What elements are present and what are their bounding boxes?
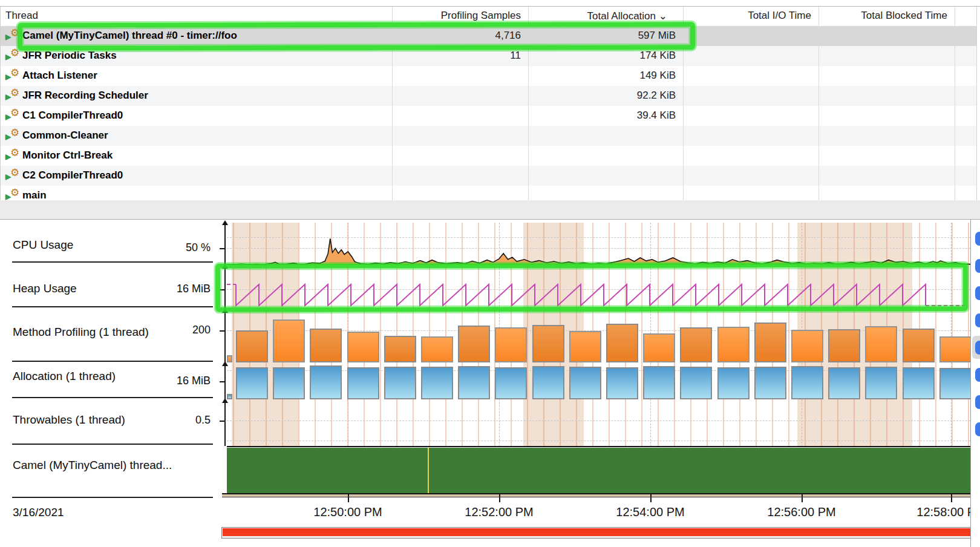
- chart-legend-button[interactable]: [975, 232, 980, 246]
- time-tick-label: 12:54:00 PM: [593, 505, 708, 519]
- thread-name: Common-Cleaner: [22, 129, 108, 142]
- col-header-total-blocked-time[interactable]: Total Blocked Time: [818, 10, 947, 22]
- col-header-profiling-samples[interactable]: Profiling Samples: [392, 10, 521, 22]
- row-label-allocation: Allocation (1 thread): [13, 370, 116, 383]
- alloc-bar[interactable]: [754, 367, 786, 399]
- method-bar[interactable]: [384, 336, 416, 362]
- timeline-chart-panel: CPU Usage 50 % Heap Usage 16 MiB Method …: [0, 220, 980, 547]
- method-bar[interactable]: [939, 336, 972, 362]
- alloc-bar[interactable]: [569, 367, 601, 399]
- thread-name: C2 CompilerThread0: [22, 169, 123, 182]
- chart-legend-button[interactable]: [975, 259, 980, 273]
- heap-axis-value: 16 MiB: [144, 283, 211, 295]
- thread-icon: ▶⚙: [5, 188, 21, 201]
- alloc-bar[interactable]: [606, 367, 638, 399]
- thread-icon: ▶⚙: [5, 168, 21, 183]
- chart-legend-button[interactable]: [975, 395, 980, 409]
- alloc-bar[interactable]: [828, 367, 860, 399]
- alloc-bar[interactable]: [939, 368, 972, 399]
- chart-legend-button[interactable]: [975, 422, 980, 436]
- method-bar[interactable]: [458, 326, 490, 362]
- row-separator: [12, 306, 213, 307]
- method-bar[interactable]: [347, 332, 379, 362]
- cpu-usage-chart[interactable]: [227, 223, 970, 265]
- method-bar[interactable]: [273, 319, 305, 362]
- method-bar[interactable]: [865, 326, 897, 362]
- thread-row[interactable]: ▶⚙Attach Listener149 KiB: [1, 66, 976, 86]
- method-bar[interactable]: [569, 331, 601, 362]
- method-bar[interactable]: [680, 327, 712, 362]
- alloc-bar[interactable]: [236, 367, 268, 399]
- throwables-axis-value: 0.5: [144, 414, 211, 427]
- chart-legend-button[interactable]: [975, 341, 980, 355]
- alloc-bar[interactable]: [384, 367, 416, 399]
- y-axis-tick: [220, 330, 226, 332]
- alloc-axis-value: 16 MiB: [144, 375, 211, 387]
- chart-legend-button[interactable]: [975, 368, 980, 382]
- y-axis: [224, 402, 226, 446]
- thread-row[interactable]: ▶⚙C2 CompilerThread0: [1, 166, 976, 186]
- thread-activity-lane[interactable]: [227, 448, 970, 493]
- chart-legend-button[interactable]: [975, 313, 980, 327]
- col-header-total-allocation[interactable]: Total Allocation ⌄: [528, 10, 667, 22]
- alloc-bar[interactable]: [273, 367, 305, 399]
- time-axis: [222, 493, 970, 494]
- event-marker: [428, 448, 429, 493]
- thread-row[interactable]: ▶⚙Camel (MyTinyCamel) thread #0 - timer:…: [1, 26, 976, 46]
- method-bar[interactable]: [606, 324, 638, 362]
- cell-alloc: 174 KiB: [543, 50, 676, 62]
- method-bar[interactable]: [903, 329, 935, 362]
- column-divider: [683, 7, 684, 200]
- time-tick-label: 12:58:00 PM: [893, 505, 980, 519]
- thread-row[interactable]: ▶⚙JFR Recording Scheduler92.2 KiB: [1, 86, 976, 106]
- thread-row[interactable]: ▶⚙Common-Cleaner: [1, 126, 976, 146]
- method-bar[interactable]: [828, 329, 860, 362]
- method-bar[interactable]: [532, 325, 564, 362]
- col-header-thread[interactable]: Thread: [5, 10, 38, 22]
- thread-row[interactable]: ▶⚙C1 CompilerThread039.4 KiB: [1, 106, 976, 126]
- alloc-bar[interactable]: [643, 366, 675, 399]
- method-bar[interactable]: [717, 327, 750, 362]
- method-bar[interactable]: [643, 333, 675, 362]
- col-header-total-io-time[interactable]: Total I/O Time: [683, 10, 811, 22]
- alloc-bar[interactable]: [680, 367, 712, 399]
- y-axis-tick: [220, 289, 226, 290]
- thread-icon: ▶⚙: [5, 68, 21, 83]
- method-bar[interactable]: [791, 330, 823, 362]
- thread-row[interactable]: ▶⚙JFR Periodic Tasks11174 KiB: [1, 46, 976, 66]
- y-axis-tick: [220, 248, 226, 249]
- heap-usage-chart[interactable]: [227, 266, 970, 310]
- time-tick-label: 12:56:00 PM: [744, 505, 859, 519]
- method-bar[interactable]: [236, 330, 268, 362]
- alloc-bar[interactable]: [495, 367, 527, 399]
- chart-legend-button[interactable]: [975, 286, 980, 300]
- alloc-bar[interactable]: [791, 366, 823, 399]
- alloc-bar[interactable]: [458, 366, 490, 399]
- alloc-bar[interactable]: [310, 365, 342, 399]
- table-header: Thread Profiling Samples Total Allocatio…: [1, 7, 980, 26]
- method-bar[interactable]: [754, 323, 786, 362]
- alloc-bar[interactable]: [865, 367, 897, 399]
- time-tick-label: 12:50:00 PM: [290, 505, 405, 519]
- alloc-bar[interactable]: [347, 367, 379, 399]
- method-bar[interactable]: [310, 329, 342, 362]
- cell-samples: 4,716: [388, 30, 521, 42]
- alloc-bar[interactable]: [532, 366, 564, 399]
- thread-row[interactable]: ▶⚙main: [1, 186, 976, 201]
- method-bar[interactable]: [495, 327, 527, 362]
- row-label-camel-thread: Camel (MyTinyCamel) thread...: [13, 459, 172, 472]
- thread-name: Attach Listener: [22, 70, 97, 82]
- thread-row[interactable]: ▶⚙Monitor Ctrl-Break: [1, 146, 976, 166]
- alloc-bar[interactable]: [903, 367, 935, 399]
- row-label-method-profiling: Method Profiling (1 thread): [13, 326, 149, 339]
- column-divider: [955, 7, 955, 200]
- profiler-window: Thread Profiling Samples Total Allocatio…: [0, 0, 980, 547]
- method-bar[interactable]: [421, 336, 453, 362]
- timeline-scrollbar-thumb[interactable]: [223, 528, 970, 536]
- alloc-bar[interactable]: [717, 367, 750, 399]
- alloc-bar[interactable]: [421, 367, 453, 399]
- timeline-scrollbar[interactable]: [221, 527, 973, 539]
- sort-desc-icon: ⌄: [659, 10, 667, 22]
- thread-name: JFR Recording Scheduler: [22, 90, 148, 102]
- panel-divider: [0, 200, 980, 220]
